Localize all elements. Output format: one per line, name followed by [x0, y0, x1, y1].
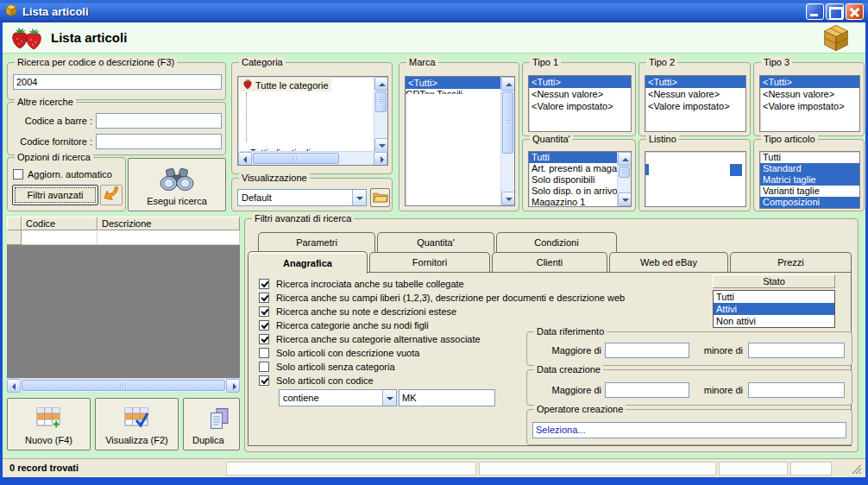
scroll-left-button[interactable] — [238, 152, 252, 166]
list-item[interactable]: <Tutti> — [406, 77, 500, 89]
tab-quantita[interactable]: Quantita' — [377, 232, 494, 252]
checkbox[interactable] — [259, 279, 269, 289]
list-item[interactable]: Standard — [760, 163, 859, 174]
list-item[interactable]: Attivi — [714, 303, 834, 315]
cube-icon[interactable] — [821, 24, 851, 54]
scroll-left-button[interactable] — [7, 379, 21, 393]
tipo2-listbox[interactable]: <Tutti> <Nessun valore> <Valore impostat… — [645, 75, 746, 132]
tab-clienti[interactable]: Clienti — [492, 252, 607, 272]
categoria-tree[interactable]: Tutte le categorie Tutti gli articoli se… — [237, 76, 388, 166]
view-button[interactable]: Visualizza (F2) — [95, 398, 179, 450]
auto-update-checkbox[interactable] — [13, 169, 23, 180]
search-code-input[interactable] — [13, 74, 222, 90]
table-cell[interactable] — [97, 230, 240, 245]
checkbox[interactable] — [259, 306, 269, 317]
list-item[interactable]: Composizioni — [760, 197, 859, 208]
operatore-creazione-select[interactable]: Seleziona... — [532, 422, 846, 438]
code-operator-select[interactable]: contiene — [279, 389, 397, 406]
list-item[interactable]: <Valore impostato> — [529, 100, 631, 112]
resize-grip[interactable] — [852, 464, 862, 476]
list-item[interactable]: Solo disp. o in arrivo — [529, 186, 617, 197]
results-hscrollbar[interactable] — [7, 378, 240, 392]
list-item[interactable]: Tutti — [529, 152, 617, 163]
list-item[interactable]: <Tutti> — [529, 76, 631, 88]
title-bar[interactable]: Lista articoli — [0, 0, 868, 22]
quantita-listbox[interactable]: Tutti Art. presenti a maga Solo disponib… — [528, 151, 632, 207]
scroll-thumb[interactable] — [253, 153, 339, 164]
scroll-down-button[interactable] — [374, 138, 388, 152]
checkbox[interactable] — [259, 293, 269, 303]
chevron-down-icon[interactable] — [352, 190, 366, 205]
list-item[interactable]: Art. presenti a maga — [529, 163, 617, 174]
marca-vscrollbar[interactable] — [500, 77, 514, 205]
scroll-down-button[interactable] — [618, 192, 632, 206]
scroll-up-button[interactable] — [374, 77, 388, 91]
tab-condizioni[interactable]: Condizioni — [496, 232, 617, 252]
list-item[interactable]: GRTex Tessili — [406, 89, 500, 94]
date-less-input[interactable] — [748, 382, 845, 398]
list-item[interactable]: Magazzino 1 — [529, 197, 617, 207]
list-item[interactable]: <Valore impostato> — [645, 100, 745, 112]
advanced-filters-button[interactable]: Filtri avanzati — [12, 185, 98, 205]
stato-header[interactable]: Stato — [713, 274, 835, 288]
scroll-right-button[interactable] — [374, 152, 387, 166]
date-greater-input[interactable] — [605, 382, 689, 398]
marca-listbox[interactable]: <Tutti> GRTex Tessili — [405, 76, 515, 206]
list-item[interactable]: <Nessun valore> — [760, 88, 859, 100]
date-greater-input[interactable] — [605, 343, 689, 358]
tab-fornitori[interactable]: Fornitori — [369, 252, 490, 272]
tipo1-listbox[interactable]: <Tutti> <Nessun valore> <Valore impostat… — [528, 75, 632, 132]
close-button[interactable] — [846, 3, 864, 20]
table-cell[interactable] — [22, 230, 97, 245]
categoria-root-item[interactable]: Tutte le categorie — [240, 79, 331, 91]
column-header-descrizione[interactable]: Descrizione — [97, 217, 240, 230]
list-item[interactable]: <Nessun valore> — [529, 88, 631, 100]
supplier-code-input[interactable] — [96, 134, 222, 149]
checkbox[interactable] — [259, 362, 269, 372]
tab-parametri[interactable]: Parametri — [258, 232, 375, 252]
checkbox[interactable] — [259, 375, 269, 386]
checkbox[interactable] — [259, 320, 269, 331]
categoria-vscrollbar[interactable] — [374, 77, 387, 152]
scroll-right-button[interactable] — [226, 379, 240, 393]
list-item[interactable]: Solo disponibili — [529, 174, 617, 186]
list-item[interactable]: <Valore impostato> — [760, 100, 859, 112]
stato-listbox[interactable]: Tutti Attivi Non attivi — [713, 290, 835, 328]
scroll-down-button[interactable] — [501, 192, 515, 205]
list-item[interactable]: Non attivi — [714, 315, 834, 327]
row-selector-cell[interactable] — [7, 230, 22, 245]
maximize-button[interactable] — [826, 3, 844, 20]
list-item[interactable]: <Tutti> — [645, 76, 745, 88]
minimize-button[interactable] — [806, 3, 824, 20]
scroll-thumb[interactable] — [619, 167, 630, 178]
quantita-vscrollbar[interactable] — [617, 152, 631, 206]
scroll-up-button[interactable] — [501, 77, 515, 91]
open-view-button[interactable] — [370, 188, 390, 207]
list-item[interactable]: <Tutti> — [760, 76, 859, 88]
list-item[interactable]: <Nessun valore> — [645, 88, 745, 100]
checkbox[interactable] — [259, 334, 269, 344]
view-select[interactable]: Default — [237, 189, 367, 206]
tab-prezzi[interactable]: Prezzi — [730, 252, 852, 272]
list-item[interactable]: Tutti — [714, 291, 834, 303]
scroll-thumb[interactable] — [22, 380, 225, 391]
row-header-cell[interactable] — [7, 217, 22, 230]
chevron-down-icon[interactable] — [382, 390, 396, 406]
scroll-up-button[interactable] — [618, 152, 632, 166]
code-filter-input[interactable] — [399, 389, 495, 406]
run-search-button[interactable]: Esegui ricerca — [128, 158, 226, 211]
barcode-input[interactable] — [96, 113, 222, 129]
list-item[interactable]: Matrici taglie — [760, 174, 859, 186]
list-item[interactable]: Varianti taglie — [760, 186, 859, 197]
duplicate-button[interactable]: Duplica — [183, 398, 240, 450]
scroll-thumb[interactable] — [375, 91, 387, 112]
categoria-hscrollbar[interactable] — [238, 151, 387, 165]
tipo3-listbox[interactable]: <Tutti> <Nessun valore> <Valore impostat… — [759, 75, 860, 132]
column-header-codice[interactable]: Codice — [22, 217, 97, 230]
list-item[interactable]: Tutti — [760, 152, 859, 163]
scroll-thumb[interactable] — [502, 91, 513, 154]
tab-web-ed-ebay[interactable]: Web ed eBay — [609, 252, 728, 272]
listino-listbox[interactable] — [645, 151, 746, 207]
tipo-articolo-listbox[interactable]: Tutti Standard Matrici taglie Varianti t… — [759, 151, 860, 209]
new-button[interactable]: Nuovo (F4) — [7, 398, 91, 450]
